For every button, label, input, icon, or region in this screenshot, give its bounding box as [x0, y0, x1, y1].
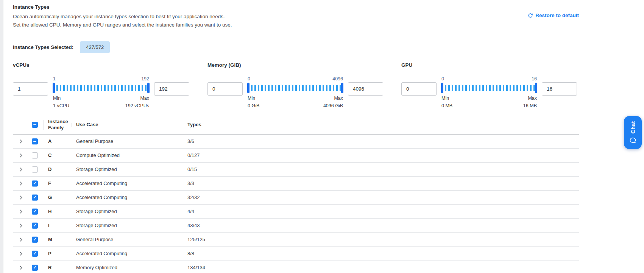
row-use-case: Accelerated Computing	[73, 180, 184, 186]
row-checkbox[interactable]	[32, 152, 38, 158]
row-types-count: 0/15	[184, 166, 579, 172]
memory-min-label: Min	[248, 95, 259, 102]
gpu-range-min-value: 0	[441, 76, 444, 82]
column-header-types: Types	[184, 122, 579, 128]
table-row: I Storage Optimized 43/43	[13, 219, 579, 233]
row-instance-family: M	[45, 237, 73, 242]
table-row: C Compute Optimized 0/127	[13, 149, 579, 163]
row-use-case: Accelerated Computing	[73, 251, 184, 256]
vcpus-min-input[interactable]	[13, 82, 48, 96]
row-types-count: 0/127	[184, 152, 579, 158]
vcpus-range-max-value: 192	[141, 76, 149, 82]
memory-max-label: Max	[323, 95, 343, 102]
memory-min-input[interactable]	[207, 82, 243, 96]
row-checkbox[interactable]	[32, 180, 38, 187]
row-checkbox[interactable]	[32, 237, 38, 243]
row-instance-family: D	[45, 166, 73, 172]
row-checkbox[interactable]	[32, 251, 38, 257]
gpu-min-sub: 0 MB	[441, 102, 452, 110]
row-types-count: 125/125	[184, 237, 579, 242]
row-types-count: 32/32	[184, 195, 579, 200]
chat-bubble-icon	[629, 137, 636, 144]
table-header-row: Instance Family Use Case Types	[13, 116, 579, 135]
memory-max-input[interactable]	[348, 82, 383, 96]
vcpus-ticks	[53, 83, 149, 93]
vcpus-slider-track[interactable]: 1 192 Min 1 vCPU Max 19	[53, 76, 149, 110]
row-instance-family: R	[45, 265, 73, 270]
vcpus-range-min-value: 1	[53, 76, 56, 82]
row-types-count: 134/134	[184, 265, 579, 270]
column-header-instance-family: Instance Family	[45, 119, 73, 131]
row-checkbox[interactable]	[32, 166, 38, 173]
memory-min-handle[interactable]	[247, 83, 249, 93]
vcpus-max-input[interactable]	[154, 82, 189, 96]
page-description: Ocean automatically manages your instanc…	[13, 13, 232, 29]
memory-min-sub: 0 GiB	[248, 102, 259, 110]
memory-max-handle[interactable]	[341, 83, 343, 93]
table-row: G Accelerated Computing 32/32	[13, 191, 579, 205]
vcpus-max-handle[interactable]	[147, 83, 150, 93]
row-types-count: 43/43	[184, 223, 579, 228]
row-expand-chevron-icon[interactable]	[18, 251, 24, 257]
instance-types-panel: Instance Types Ocean automatically manag…	[13, 0, 579, 273]
row-expand-chevron-icon[interactable]	[18, 223, 24, 229]
table-row: P Accelerated Computing 8/8	[13, 247, 579, 261]
row-expand-chevron-icon[interactable]	[18, 265, 24, 271]
row-checkbox[interactable]	[32, 209, 38, 215]
header-divider	[13, 34, 579, 34]
gpu-max-handle[interactable]	[535, 83, 537, 93]
row-checkbox[interactable]	[32, 265, 38, 271]
table-row: F Accelerated Computing 3/3	[13, 177, 579, 191]
gpu-max-label: Max	[523, 95, 537, 102]
gpu-ticks	[441, 83, 537, 93]
select-all-checkbox[interactable]	[32, 122, 38, 128]
gpu-slider-group: GPU 0 16 Min 0 MB	[401, 62, 577, 110]
row-instance-family: A	[45, 138, 73, 144]
memory-range-max-value: 4096	[332, 76, 343, 82]
vcpus-min-label: Min	[53, 95, 69, 102]
table-row: R Memory Optimized 134/134	[13, 261, 579, 273]
memory-slider-track[interactable]: 0 4096 Min 0 GiB Max 40	[248, 76, 343, 110]
gpu-slider-track[interactable]: 0 16 Min 0 MB Max 16 MB	[441, 76, 537, 110]
instance-families-table: Instance Family Use Case Types A General…	[13, 116, 579, 273]
row-instance-family: I	[45, 223, 73, 228]
memory-slider-group: Memory (GiB) 0 4096 Min 0 GiB	[207, 62, 383, 110]
row-expand-chevron-icon[interactable]	[18, 166, 24, 173]
gpu-max-input[interactable]	[542, 82, 577, 96]
row-use-case: Storage Optimized	[73, 209, 184, 214]
chat-button-label: Chat	[630, 121, 636, 133]
row-use-case: Accelerated Computing	[73, 195, 184, 200]
row-use-case: Memory Optimized	[73, 265, 184, 270]
chat-button[interactable]: Chat	[624, 116, 642, 149]
row-expand-chevron-icon[interactable]	[18, 237, 24, 243]
row-types-count: 4/4	[184, 209, 579, 214]
table-row: H Storage Optimized 4/4	[13, 205, 579, 219]
row-checkbox[interactable]	[32, 195, 38, 201]
vcpus-min-handle[interactable]	[53, 83, 55, 93]
vcpus-slider-group: vCPUs 1 192 Min 1 vCPU	[13, 62, 189, 110]
gpu-min-handle[interactable]	[441, 83, 443, 93]
row-expand-chevron-icon[interactable]	[18, 152, 24, 158]
selected-label: Instance Types Selected:	[13, 44, 73, 50]
row-use-case: Storage Optimized	[73, 223, 184, 228]
row-expand-chevron-icon[interactable]	[18, 195, 24, 201]
vcpus-label: vCPUs	[13, 62, 189, 68]
row-use-case: Compute Optimized	[73, 152, 184, 158]
restore-to-default-button[interactable]: Restore to default	[528, 13, 579, 18]
row-expand-chevron-icon[interactable]	[18, 209, 24, 215]
row-use-case: General Purpose	[73, 138, 184, 144]
column-header-use-case: Use Case	[73, 122, 184, 128]
row-expand-chevron-icon[interactable]	[18, 138, 24, 144]
row-use-case: General Purpose	[73, 237, 184, 242]
page-left-gutter	[0, 0, 3, 273]
vcpus-max-sub: 192 vCPUs	[125, 102, 149, 110]
row-checkbox[interactable]	[32, 138, 38, 144]
description-line-1: Ocean automatically manages your instanc…	[13, 13, 232, 21]
refresh-icon	[528, 13, 533, 18]
restore-to-default-label: Restore to default	[535, 13, 579, 18]
row-expand-chevron-icon[interactable]	[18, 180, 24, 187]
description-line-2: Set the allowed CPU, Memory and GPU rang…	[13, 21, 232, 29]
row-types-count: 3/3	[184, 180, 579, 186]
gpu-min-input[interactable]	[401, 82, 437, 96]
row-checkbox[interactable]	[32, 223, 38, 229]
